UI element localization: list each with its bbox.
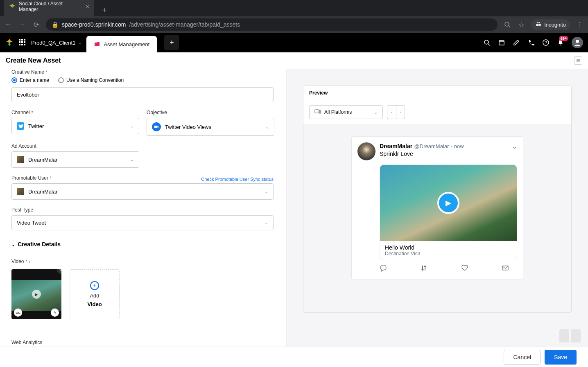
reload-button[interactable]: ⟳ [32,21,40,29]
side-tab[interactable] [571,329,581,342]
media-image: ▶ [380,165,517,241]
preview-card: Preview All Platforms ⌄ ‹ › [303,86,572,313]
account-avatar-icon [17,156,24,163]
preview-next-button[interactable]: › [396,105,405,119]
web-analytics-label: Web Analytics [11,340,275,345]
help-icon[interactable]: ? [542,39,550,46]
preview-prev-button[interactable]: ‹ [387,105,396,119]
tweet-handle: @DreamMalar [414,143,449,149]
plus-circle-icon: + [90,281,99,290]
browser-tab[interactable]: Social Cloud / Asset Manager × [4,0,94,16]
calendar-icon[interactable] [498,39,505,46]
tab-strip: Social Cloud / Asset Manager × + [0,0,588,16]
side-tab[interactable] [559,329,569,342]
notes-icon[interactable] [574,56,582,65]
svg-point-11 [576,40,579,43]
url-input[interactable]: 🔒 space-prod0.sprinklr.com/advertising/a… [46,18,498,31]
svg-line-1 [509,26,510,27]
reply-icon[interactable] [380,264,387,273]
star-icon[interactable]: ☆ [517,21,525,29]
incognito-icon [535,21,542,29]
promotable-user-select[interactable]: DreamMalar ⌄ [11,183,274,200]
radio-enter-name[interactable]: Enter a name [11,77,49,83]
chevron-down-icon: ⌄ [265,220,268,225]
client-name: Prod0_QA_Client1 [31,40,75,46]
svg-rect-7 [499,41,504,45]
close-icon[interactable]: × [86,3,89,10]
post-type-select[interactable]: Video Tweet ⌄ [11,215,274,230]
cancel-button[interactable]: Cancel [504,350,541,365]
preview-pane: Preview All Platforms ⌄ ‹ › [287,69,588,347]
page-header: Create New Asset [0,52,588,69]
new-tab-button[interactable]: + [98,4,111,16]
edit-thumbnail-button[interactable]: ✎ [51,308,59,317]
promotable-user-label: Promotable User* [11,175,52,181]
svg-point-5 [484,40,488,44]
main-layout: Creative Name* Enter a name Use a Naming… [0,69,588,347]
chevron-down-icon: ⌄ [130,124,134,129]
radio-naming-convention[interactable]: Use a Naming Convention [58,77,124,83]
tweet-preview: DreamMalar @DreamMalar · now Sprinklr Lo… [351,136,523,279]
browser-chrome: Social Cloud / Asset Manager × + ← → ⟳ 🔒… [0,0,588,33]
creative-details-toggle[interactable]: ⌄ Creative Details [11,241,275,251]
browser-menu-icon[interactable]: ⋮ [576,21,584,29]
app-bar: Prod0_QA_Client1 ⌄ Asset Management + ? … [0,33,588,52]
chevron-down-icon: ⌄ [265,124,269,130]
radio-icon [58,77,64,83]
chevron-down-icon: ⌄ [11,242,15,247]
sync-status-link[interactable]: Check Promotable User Sync status [201,177,274,182]
apps-grid-icon[interactable] [19,39,26,46]
edit-icon[interactable] [513,39,520,46]
search-icon[interactable] [503,21,511,28]
user-avatar-icon [17,188,24,195]
retweet-icon[interactable] [420,264,427,273]
svg-point-0 [505,22,509,26]
creative-name-input[interactable] [11,87,274,102]
svg-text:?: ? [545,41,547,45]
chevron-down-icon: ⌄ [374,110,378,115]
app-tab-label: Asset Management [104,41,149,47]
sprinklr-logo-icon [5,38,14,47]
ad-account-label: Ad Account [11,143,139,149]
svg-rect-17 [319,110,321,113]
remove-video-button[interactable]: × [57,269,61,274]
notification-icon[interactable]: 99+ [557,39,564,46]
info-icon[interactable]: i [29,259,29,264]
svg-rect-18 [502,266,508,270]
chevron-down-icon: ⌄ [78,40,81,45]
tab-asset-management[interactable]: Asset Management [86,36,157,52]
ad-account-select[interactable]: DreamMalar ⌄ [11,151,139,168]
tweet-time: now [454,143,464,149]
add-video-button[interactable]: + Add Video [70,269,120,319]
forward-button: → [18,21,26,28]
url-host: space-prod0.sprinklr.com [62,21,126,28]
share-icon[interactable] [502,264,509,273]
creative-name-label: Creative Name* [11,69,275,75]
video-icon [152,122,161,131]
incognito-badge: Incognito [531,19,570,30]
search-icon[interactable] [483,39,491,46]
cc-button[interactable]: CC [14,308,22,317]
phone-icon[interactable] [527,39,535,46]
add-tab-button[interactable]: + [164,35,179,50]
tweet-text: Sprinklr Love [380,151,464,157]
like-icon[interactable] [461,264,468,273]
page-title: Create New Asset [6,57,61,64]
save-button[interactable]: Save [545,350,577,365]
back-button[interactable]: ← [4,21,12,28]
play-button[interactable]: ▶ [437,192,459,214]
side-tabs [559,329,581,342]
user-avatar[interactable] [572,37,583,48]
svg-rect-4 [538,25,539,25]
video-thumbnail[interactable]: ▶ × CC ✎ [11,269,61,319]
tweet-avatar [357,142,375,160]
platform-select[interactable]: All Platforms ⌄ [309,105,383,119]
incognito-label: Incognito [544,22,566,28]
tweet-menu-icon[interactable]: ⌄ [512,142,517,150]
tweet-media: ▶ Hello World Destination Visit [380,164,517,260]
client-selector[interactable]: Prod0_QA_Client1 ⌄ [31,40,81,46]
device-icon [314,109,321,115]
form-pane: Creative Name* Enter a name Use a Naming… [0,69,287,347]
objective-select[interactable]: Twitter Video Views ⌄ [147,118,274,136]
channel-select[interactable]: Twitter ⌄ [11,118,139,134]
